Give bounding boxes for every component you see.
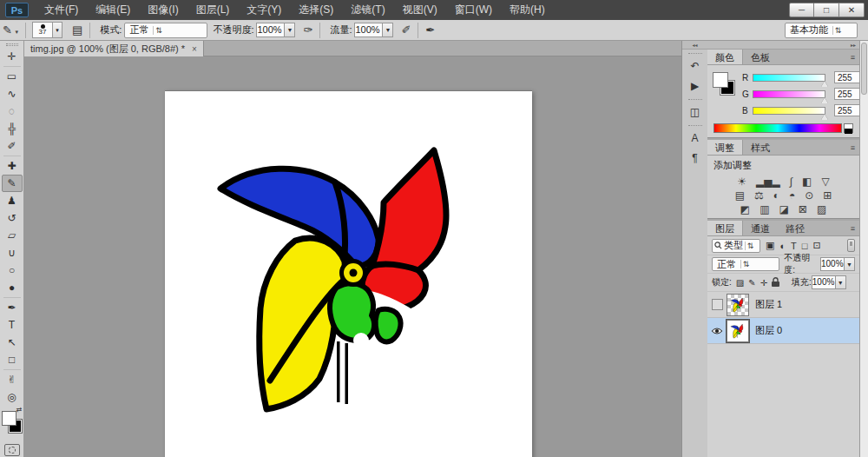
hand-tool[interactable]: ✌ [2,371,23,388]
scrollbar-thumb[interactable] [861,43,867,95]
panel-menu-icon[interactable]: ≡ [846,50,859,64]
color-lookup-icon[interactable]: ⊞ [823,190,832,202]
foreground-color-swatch[interactable] [713,73,727,87]
filter-adjustment-layers-icon[interactable]: ◐ [779,241,786,251]
gradient-map-icon[interactable]: ▨ [817,204,826,215]
exposure-icon[interactable]: ◧ [802,176,812,188]
layer-row-0[interactable]: 图层 0 [707,318,859,344]
layer-blend-mode-select[interactable]: 正常 ⇅ [712,257,779,271]
lock-position-icon[interactable]: ✛ [760,278,767,288]
character-panel-button[interactable]: A [685,129,706,147]
zoom-tool[interactable]: ◎ [2,388,23,406]
photo-filter-icon[interactable]: ◓ [789,190,795,202]
tab-paths[interactable]: 路径 [778,221,812,235]
green-slider[interactable] [753,90,825,98]
layer-filter-select[interactable]: 类型 ⇅ [712,239,760,253]
black-white-icon[interactable]: ◐ [773,190,779,202]
toolbar-grip[interactable] [6,43,18,46]
type-tool[interactable]: T [2,316,23,334]
blur-tool[interactable]: ○ [2,262,23,279]
panel-menu-icon[interactable]: ≡ [846,140,859,155]
filter-type-layers-icon[interactable]: T [791,241,797,251]
menu-view[interactable]: 视图(V) [394,0,446,20]
swap-colors-icon[interactable]: ⇄ [16,406,23,414]
dock-scrollbar[interactable] [859,41,868,457]
workspace-select[interactable]: 基本功能 ⇅ [785,23,858,38]
properties-panel-button[interactable]: ◫ [685,103,706,121]
layer-fill-input[interactable]: 100% ▼ [812,275,846,289]
opacity-pressure-icon[interactable]: ✑ [300,23,315,36]
brush-preset-picker[interactable]: 37 ▾ [32,22,62,38]
tab-styles[interactable]: 样式 [743,140,778,155]
invert-icon[interactable]: ◩ [740,204,750,215]
close-button[interactable]: ✕ [839,3,865,17]
filter-smart-objects-icon[interactable]: ⊡ [812,240,820,251]
canvas-pasteboard[interactable] [24,56,681,457]
lock-pixels-icon[interactable]: ✎ [748,278,755,288]
levels-icon[interactable]: ▂▅▂ [756,176,780,188]
paragraph-panel-button[interactable]: ¶ [685,149,706,167]
eraser-tool[interactable]: ▱ [2,227,23,244]
tab-color[interactable]: 颜色 [707,50,743,64]
opacity-input[interactable]: 100% ▼ [256,23,295,37]
menu-window[interactable]: 窗口(W) [446,0,501,20]
crop-tool[interactable]: ╬ [2,120,23,137]
menu-filter[interactable]: 滤镜(T) [342,0,393,20]
vibrance-icon[interactable]: ▽ [821,176,829,188]
expand-panels-button[interactable]: ◂◂ [682,41,707,50]
dodge-tool[interactable]: ● [2,279,23,296]
flow-input[interactable]: 100% ▼ [354,23,393,37]
maximize-button[interactable]: □ [814,3,839,17]
close-tab-icon[interactable]: × [192,44,197,54]
document-tab[interactable]: timg.jpg @ 100% (图层 0, RGB/8#) * × [24,41,204,56]
size-pressure-icon[interactable]: ✒ [423,23,437,36]
layer-opacity-input[interactable]: 100% ▼ [820,257,855,271]
menu-layer[interactable]: 图层(L) [187,0,239,20]
tab-channels[interactable]: 通道 [743,221,778,235]
healing-brush-tool[interactable]: ✚ [2,157,23,175]
visibility-toggle[interactable] [707,327,727,335]
spectrum-end-swatches[interactable] [844,123,853,133]
tab-swatches[interactable]: 色板 [743,50,778,64]
actions-panel-button[interactable]: ▶ [685,76,706,95]
layer-row-1[interactable]: 图层 1 [707,292,859,318]
blue-value[interactable]: 255 [834,104,860,116]
panel-menu-icon[interactable]: ≡ [846,221,859,235]
history-brush-tool[interactable]: ↺ [2,209,23,227]
collapse-panels-button[interactable]: ▸▸ [707,41,859,50]
marquee-tool[interactable]: ▭ [2,68,23,85]
posterize-icon[interactable]: ▥ [760,204,769,215]
blend-mode-select[interactable]: 正常 ⇅ [124,23,207,38]
tab-layers[interactable]: 图层 [707,221,743,235]
layer-thumbnail[interactable] [727,294,749,316]
slider-thumb[interactable] [821,81,828,87]
quick-mask-button[interactable] [4,444,20,456]
selective-color-icon[interactable]: ⊠ [799,204,807,215]
tab-adjustments[interactable]: 调整 [707,140,743,155]
channel-mixer-icon[interactable]: ⊙ [805,190,813,202]
menu-edit[interactable]: 编辑(E) [87,0,139,20]
filter-pixel-layers-icon[interactable]: ▣ [766,240,774,251]
menu-type[interactable]: 文字(Y) [238,0,290,20]
red-slider[interactable] [753,74,825,82]
lasso-tool[interactable]: ∿ [2,85,23,103]
red-value[interactable]: 255 [834,71,860,83]
clone-stamp-tool[interactable]: ♟ [2,192,23,209]
menu-select[interactable]: 选择(S) [290,0,342,20]
lock-transparency-icon[interactable]: ▨ [736,278,744,288]
filter-toggle-switch[interactable] [847,239,855,252]
shape-tool[interactable]: □ [2,351,23,368]
gradient-tool[interactable]: ∪ [2,244,23,262]
filter-shape-layers-icon[interactable]: □ [802,241,808,251]
hue-saturation-icon[interactable]: ▤ [735,190,745,202]
layer-name[interactable]: 图层 1 [755,298,782,311]
brightness-contrast-icon[interactable]: ☀ [737,176,746,188]
layer-thumbnail[interactable] [727,320,749,342]
lock-all-icon[interactable] [772,277,779,288]
visibility-toggle[interactable] [712,299,723,310]
quick-selection-tool[interactable]: ◌ [2,103,23,120]
color-balance-icon[interactable]: ⚖ [754,190,764,202]
menu-help[interactable]: 帮助(H) [501,0,554,20]
brush-tool[interactable]: ✎ [2,175,23,192]
green-value[interactable]: 255 [834,88,860,100]
